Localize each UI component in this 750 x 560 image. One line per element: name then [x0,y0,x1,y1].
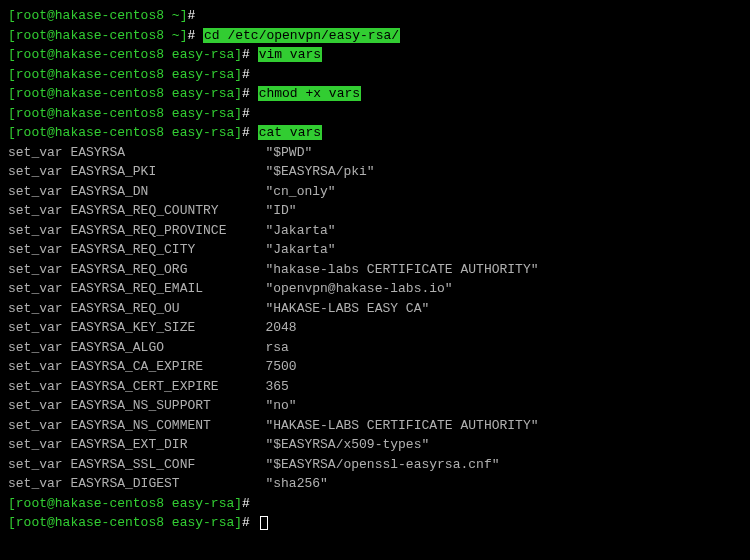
shell-prompt: [root@hakase-centos8 easy-rsa] [8,106,242,121]
terminal-line: [root@hakase-centos8 easy-rsa]# chmod +x… [8,84,742,104]
terminal-line: set_var EASYRSA_ALGO rsa [8,338,742,358]
terminal-line: set_var EASYRSA_KEY_SIZE 2048 [8,318,742,338]
command-output: set_var EASYRSA_REQ_CITY "Jakarta" [8,242,336,257]
command-output: set_var EASYRSA_NS_SUPPORT "no" [8,398,297,413]
shell-prompt: [root@hakase-centos8 ~] [8,28,187,43]
terminal-window[interactable]: [root@hakase-centos8 ~]# [root@hakase-ce… [8,6,742,554]
terminal-line: [root@hakase-centos8 easy-rsa]# [8,494,742,514]
shell-prompt: [root@hakase-centos8 easy-rsa] [8,67,242,82]
shell-prompt: [root@hakase-centos8 easy-rsa] [8,496,242,511]
shell-prompt: [root@hakase-centos8 easy-rsa] [8,86,242,101]
shell-command: cat vars [258,125,322,140]
command-output: set_var EASYRSA_ALGO rsa [8,340,289,355]
shell-prompt: [root@hakase-centos8 ~] [8,8,187,23]
terminal-line: set_var EASYRSA_NS_COMMENT "HAKASE-LABS … [8,416,742,436]
terminal-line: set_var EASYRSA_REQ_CITY "Jakarta" [8,240,742,260]
terminal-line: set_var EASYRSA_REQ_COUNTRY "ID" [8,201,742,221]
command-output: set_var EASYRSA_CERT_EXPIRE 365 [8,379,289,394]
terminal-line: set_var EASYRSA_EXT_DIR "$EASYRSA/x509-t… [8,435,742,455]
command-output: set_var EASYRSA_SSL_CONF "$EASYRSA/opens… [8,457,499,472]
terminal-line: [root@hakase-centos8 easy-rsa]# [8,104,742,124]
shell-prompt-hash: # [242,106,258,121]
terminal-line: set_var EASYRSA_NS_SUPPORT "no" [8,396,742,416]
terminal-line: [root@hakase-centos8 easy-rsa]# [8,65,742,85]
command-output: set_var EASYRSA_CA_EXPIRE 7500 [8,359,297,374]
shell-command: cd /etc/openvpn/easy-rsa/ [203,28,400,43]
shell-prompt: [root@hakase-centos8 easy-rsa] [8,515,242,530]
shell-prompt-hash: # [242,86,258,101]
shell-prompt-hash: # [242,125,258,140]
terminal-line: [root@hakase-centos8 easy-rsa]# vim vars [8,45,742,65]
terminal-line: set_var EASYRSA_CERT_EXPIRE 365 [8,377,742,397]
command-output: set_var EASYRSA_KEY_SIZE 2048 [8,320,297,335]
command-output: set_var EASYRSA_EXT_DIR "$EASYRSA/x509-t… [8,437,429,452]
terminal-line: set_var EASYRSA_SSL_CONF "$EASYRSA/opens… [8,455,742,475]
command-output: set_var EASYRSA_REQ_OU "HAKASE-LABS EASY… [8,301,429,316]
terminal-line: set_var EASYRSA_REQ_PROVINCE "Jakarta" [8,221,742,241]
terminal-line: set_var EASYRSA_CA_EXPIRE 7500 [8,357,742,377]
command-output: set_var EASYRSA_PKI "$EASYRSA/pki" [8,164,375,179]
terminal-line: [root@hakase-centos8 easy-rsa]# [8,513,742,533]
command-output: set_var EASYRSA_DIGEST "sha256" [8,476,328,491]
terminal-line: [root@hakase-centos8 ~]# cd /etc/openvpn… [8,26,742,46]
command-output: set_var EASYRSA_DN "cn_only" [8,184,336,199]
terminal-line: set_var EASYRSA_REQ_ORG "hakase-labs CER… [8,260,742,280]
terminal-line: [root@hakase-centos8 easy-rsa]# cat vars [8,123,742,143]
shell-prompt-hash: # [187,8,203,23]
terminal-line: set_var EASYRSA_DIGEST "sha256" [8,474,742,494]
shell-prompt-hash: # [187,28,203,43]
terminal-line: set_var EASYRSA_PKI "$EASYRSA/pki" [8,162,742,182]
cursor-icon [260,516,268,530]
terminal-line: set_var EASYRSA_REQ_OU "HAKASE-LABS EASY… [8,299,742,319]
shell-prompt: [root@hakase-centos8 easy-rsa] [8,47,242,62]
shell-command: vim vars [258,47,322,62]
shell-prompt: [root@hakase-centos8 easy-rsa] [8,125,242,140]
command-output: set_var EASYRSA_REQ_ORG "hakase-labs CER… [8,262,539,277]
terminal-line: set_var EASYRSA_DN "cn_only" [8,182,742,202]
shell-prompt-hash: # [242,67,258,82]
terminal-line: [root@hakase-centos8 ~]# [8,6,742,26]
command-output: set_var EASYRSA "$PWD" [8,145,312,160]
shell-prompt-hash: # [242,496,258,511]
command-output: set_var EASYRSA_NS_COMMENT "HAKASE-LABS … [8,418,539,433]
terminal-line: set_var EASYRSA_REQ_EMAIL "openvpn@hakas… [8,279,742,299]
shell-prompt-hash: # [242,47,258,62]
command-output: set_var EASYRSA_REQ_PROVINCE "Jakarta" [8,223,336,238]
shell-command: chmod +x vars [258,86,361,101]
terminal-line: set_var EASYRSA "$PWD" [8,143,742,163]
command-output: set_var EASYRSA_REQ_EMAIL "openvpn@hakas… [8,281,453,296]
command-output: set_var EASYRSA_REQ_COUNTRY "ID" [8,203,297,218]
shell-prompt-hash: # [242,515,258,530]
